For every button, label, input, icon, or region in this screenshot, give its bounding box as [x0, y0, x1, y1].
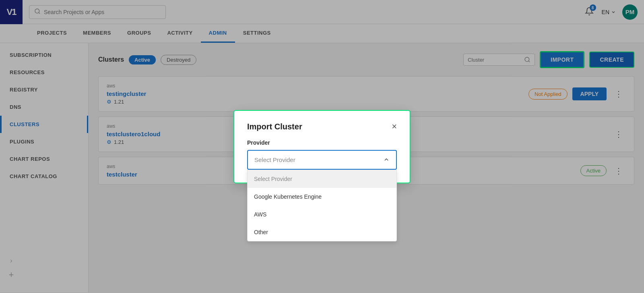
modal-overlay[interactable]: Import Cluster × Provider Select Provide…: [0, 0, 644, 292]
provider-dropdown: Select Provider Google Kubernetes Engine…: [247, 170, 397, 241]
modal-title: Import Cluster: [247, 122, 302, 131]
modal-header: Import Cluster ×: [247, 122, 397, 131]
dropdown-item-select[interactable]: Select Provider: [248, 170, 396, 188]
provider-select-container: Select Provider Select Provider Google K…: [247, 150, 397, 170]
dropdown-item-other[interactable]: Other: [248, 223, 396, 241]
import-cluster-modal: Import Cluster × Provider Select Provide…: [233, 110, 411, 183]
dropdown-item-gke[interactable]: Google Kubernetes Engine: [248, 188, 396, 206]
provider-label: Provider: [247, 139, 397, 146]
dropdown-item-aws[interactable]: AWS: [248, 206, 396, 223]
modal-close-button[interactable]: ×: [392, 122, 397, 131]
chevron-up-icon: [383, 156, 390, 163]
provider-select-button[interactable]: Select Provider: [247, 150, 397, 170]
provider-select-value: Select Provider: [254, 156, 295, 163]
